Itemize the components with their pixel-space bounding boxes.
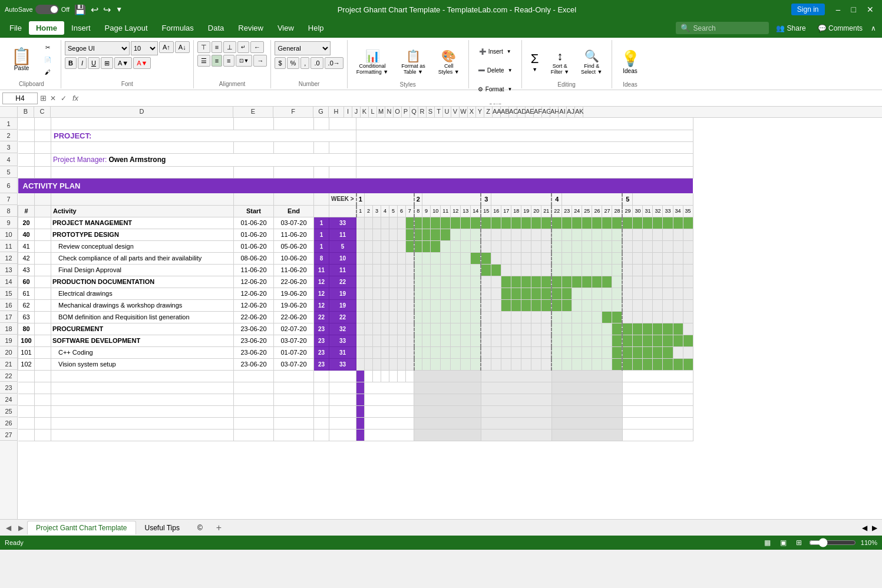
gantt-2-4[interactable] [389, 240, 398, 252]
gantt-0-26[interactable] [602, 217, 612, 229]
day-2[interactable]: 2 [365, 205, 373, 217]
cell-c22[interactable] [35, 370, 51, 382]
gantt-10-3[interactable] [381, 335, 389, 346]
gantt-3-17[interactable] [511, 252, 521, 264]
gantt-7-0[interactable] [356, 299, 365, 311]
gantt-1-0[interactable] [356, 229, 365, 240]
menu-page-layout[interactable]: Page Layout [98, 21, 155, 35]
col-header-b[interactable]: B [18, 107, 34, 117]
gantt-6-23[interactable] [572, 288, 582, 299]
align-left-button[interactable]: ☰ [197, 55, 210, 67]
gantt-4-34[interactable] [683, 264, 693, 276]
gantt-4-6[interactable] [406, 264, 414, 276]
gantt-9-32[interactable] [663, 323, 673, 335]
gantt-10-8[interactable] [422, 335, 431, 346]
gantt-7-11[interactable] [451, 299, 461, 311]
gantt-4-14[interactable] [481, 264, 491, 276]
cell-endweek-2[interactable]: 5 [329, 240, 356, 252]
gantt-1-8[interactable] [422, 229, 431, 240]
gantt-8-12[interactable] [461, 311, 471, 323]
cell-b3[interactable] [18, 141, 35, 153]
col-header-x[interactable]: X [468, 107, 476, 117]
cell-f25[interactable] [274, 405, 314, 417]
gantt-0-16[interactable] [501, 217, 511, 229]
cell-endweek-5[interactable]: 22 [329, 276, 356, 288]
cell-g27[interactable] [314, 429, 329, 441]
gantt-4-22[interactable] [562, 264, 572, 276]
gantt-10-15[interactable] [491, 335, 501, 346]
cell-b7[interactable] [18, 193, 35, 205]
cell-styles-button[interactable]: 🎨 CellStyles ▼ [433, 44, 465, 80]
cell-b23[interactable] [18, 382, 35, 394]
gantt-6-16[interactable] [501, 288, 511, 299]
day-25[interactable]: 25 [582, 205, 592, 217]
gantt-7-24[interactable] [582, 299, 592, 311]
gantt-0-33[interactable] [673, 217, 683, 229]
gantt-7-23[interactable] [572, 299, 582, 311]
gantt-9-22[interactable] [562, 323, 572, 335]
gantt-5-24[interactable] [582, 276, 592, 288]
gantt-6-7[interactable] [414, 288, 422, 299]
cell-c7[interactable] [35, 193, 51, 205]
row-num-10[interactable]: 10 [0, 229, 17, 240]
share-button[interactable]: 👥 Share [769, 22, 813, 35]
gantt-2-19[interactable] [531, 240, 541, 252]
sign-in-button[interactable]: Sign in [791, 4, 825, 15]
gantt-0-34[interactable] [683, 217, 693, 229]
gantt-5-7[interactable] [414, 276, 422, 288]
gantt-4-12[interactable] [461, 264, 471, 276]
cell-startweek-1[interactable]: 1 [314, 229, 329, 240]
indent-increase-button[interactable]: → [253, 55, 267, 67]
gantt-11-13[interactable] [471, 346, 481, 358]
col-header-aj[interactable]: AJ [567, 107, 575, 117]
gantt-8-1[interactable] [365, 311, 373, 323]
comma-button[interactable]: , [300, 57, 309, 69]
gantt-empty-22-2[interactable] [365, 370, 373, 382]
delete-button[interactable]: ➖ Delete ▼ [474, 61, 517, 79]
gantt-9-9[interactable] [431, 323, 441, 335]
gantt-3-22[interactable] [562, 252, 572, 264]
cell-num-5[interactable] [35, 276, 51, 288]
cell-hash-4[interactable]: 43 [18, 264, 35, 276]
col-header-n[interactable]: N [385, 107, 394, 117]
gantt-10-34[interactable] [683, 335, 693, 346]
gantt-9-16[interactable] [501, 323, 511, 335]
gantt-12-0[interactable] [356, 358, 365, 370]
cell-hash-7[interactable]: 62 [18, 299, 35, 311]
cell-startweek-10[interactable]: 23 [314, 335, 329, 346]
gantt-11-2[interactable] [373, 346, 381, 358]
day-27[interactable]: 27 [602, 205, 612, 217]
gantt-1-10[interactable] [441, 229, 451, 240]
gantt-10-7[interactable] [414, 335, 422, 346]
col-header-s[interactable]: S [427, 107, 435, 117]
gantt-0-32[interactable] [663, 217, 673, 229]
day-6[interactable]: 6 [398, 205, 406, 217]
gantt-3-8[interactable] [422, 252, 431, 264]
cell-c2[interactable] [35, 130, 51, 141]
cell-num-9[interactable] [35, 323, 51, 335]
menu-view[interactable]: View [270, 21, 301, 35]
cell-d22[interactable] [51, 370, 234, 382]
day-16[interactable]: 16 [491, 205, 501, 217]
gantt-7-2[interactable] [373, 299, 381, 311]
gantt-1-19[interactable] [531, 229, 541, 240]
gantt-4-23[interactable] [572, 264, 582, 276]
conditional-formatting-button[interactable]: 📊 ConditionalFormatting ▼ [351, 44, 394, 80]
cell-d1[interactable] [51, 118, 234, 130]
hash-header[interactable]: # [18, 205, 35, 217]
cell-g8[interactable] [314, 205, 329, 217]
row-num-18[interactable]: 18 [0, 323, 17, 335]
gantt-empty-22-gray2[interactable] [481, 370, 551, 382]
gantt-6-30[interactable] [643, 288, 653, 299]
gantt-10-31[interactable] [653, 335, 663, 346]
gantt-12-10[interactable] [441, 358, 451, 370]
gantt-4-2[interactable] [373, 264, 381, 276]
gantt-7-5[interactable] [398, 299, 406, 311]
cell-start-10[interactable]: 23-06-20 [234, 335, 274, 346]
gantt-12-21[interactable] [551, 358, 562, 370]
cell-hash-10[interactable]: 100 [18, 335, 35, 346]
gantt-0-24[interactable] [582, 217, 592, 229]
col-header-m[interactable]: M [377, 107, 385, 117]
gantt-6-29[interactable] [633, 288, 643, 299]
ideas-button[interactable]: 💡 Ideas [616, 44, 645, 80]
